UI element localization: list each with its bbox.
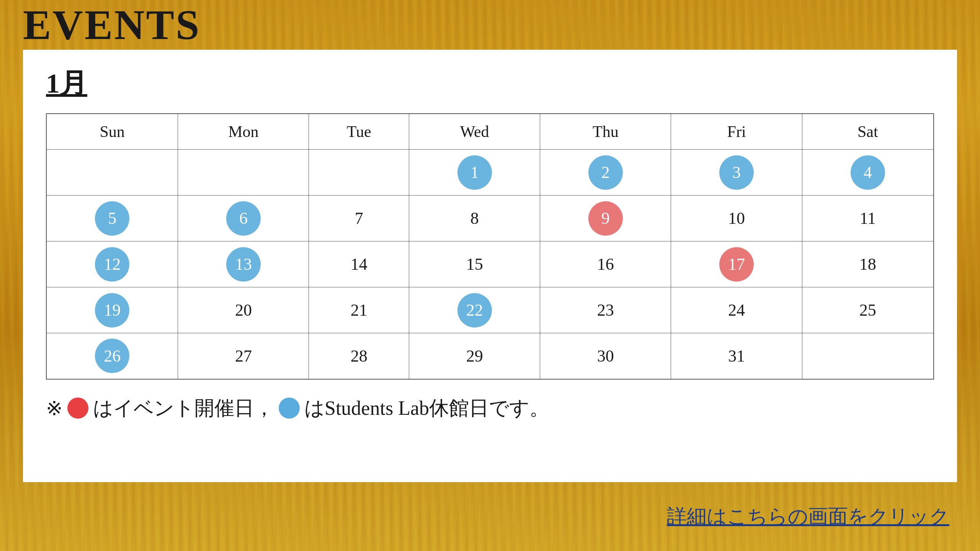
calendar-weekday: Mon xyxy=(178,114,309,150)
calendar-week-row: 12131415161718 xyxy=(46,241,934,287)
calendar-cell: 21 xyxy=(309,287,409,333)
calendar-cell: 24 xyxy=(671,287,802,333)
calendar-weekday: Sat xyxy=(802,114,934,150)
detail-link[interactable]: 詳細はこちらの画面をクリック xyxy=(667,503,949,530)
calendar-cell: 14 xyxy=(309,241,409,287)
date-blue-circle: 19 xyxy=(95,293,129,328)
calendar-cell: 29 xyxy=(409,333,540,379)
calendar-cell: 16 xyxy=(540,241,671,287)
legend-prefix: ※ xyxy=(46,397,63,420)
legend: ※ はイベント開催日， はStudents Lab休館日です。 xyxy=(46,395,934,422)
date-blue-circle: 6 xyxy=(226,201,261,236)
calendar-weekday: Tue xyxy=(309,114,409,150)
calendar-cell: 12 xyxy=(46,241,178,287)
calendar-cell xyxy=(178,150,309,196)
calendar-week-row: 567891011 xyxy=(46,196,934,241)
calendar-cell: 31 xyxy=(671,333,802,379)
legend-red-text: はイベント開催日， xyxy=(93,395,274,422)
legend-blue-circle xyxy=(279,398,300,419)
calendar-weekday: Thu xyxy=(540,114,671,150)
calendar-cell: 7 xyxy=(309,196,409,241)
calendar-cell: 22 xyxy=(409,287,540,333)
calendar-cell: 19 xyxy=(46,287,178,333)
calendar-body: 1234567891011121314151617181920212223242… xyxy=(46,150,934,379)
calendar-cell: 8 xyxy=(409,196,540,241)
date-blue-circle: 4 xyxy=(851,155,885,190)
calendar-cell: 1 xyxy=(409,150,540,196)
calendar-week-row: 262728293031 xyxy=(46,333,934,379)
calendar-cell: 13 xyxy=(178,241,309,287)
calendar-week-row: 19202122232425 xyxy=(46,287,934,333)
calendar-cell: 30 xyxy=(540,333,671,379)
calendar-cell: 10 xyxy=(671,196,802,241)
calendar-cell xyxy=(802,333,934,379)
date-blue-circle: 13 xyxy=(226,247,261,282)
calendar-cell: 23 xyxy=(540,287,671,333)
legend-red-circle xyxy=(67,398,88,419)
calendar-cell: 2 xyxy=(540,150,671,196)
date-red-circle: 9 xyxy=(588,201,623,236)
footer: 詳細はこちらの画面をクリック xyxy=(0,482,980,551)
date-blue-circle: 22 xyxy=(457,293,492,328)
calendar-cell: 3 xyxy=(671,150,802,196)
date-blue-circle: 2 xyxy=(588,155,623,190)
calendar-cell: 11 xyxy=(802,196,934,241)
calendar-cell: 28 xyxy=(309,333,409,379)
header: EVENTS xyxy=(0,0,980,50)
calendar-cell: 27 xyxy=(178,333,309,379)
date-blue-circle: 3 xyxy=(719,155,754,190)
main-content: 1月 SunMonTueWedThuFriSat 123456789101112… xyxy=(23,50,957,482)
calendar-cell: 17 xyxy=(671,241,802,287)
calendar-cell xyxy=(309,150,409,196)
calendar-header-row: SunMonTueWedThuFriSat xyxy=(46,114,934,150)
date-blue-circle: 26 xyxy=(95,339,129,373)
calendar-cell: 9 xyxy=(540,196,671,241)
calendar-weekday: Sun xyxy=(46,114,178,150)
calendar-cell xyxy=(46,150,178,196)
calendar-week-row: 1234 xyxy=(46,150,934,196)
calendar-cell: 6 xyxy=(178,196,309,241)
date-blue-circle: 5 xyxy=(95,201,129,236)
calendar-weekday: Wed xyxy=(409,114,540,150)
legend-blue-text: はStudents Lab休館日です。 xyxy=(304,395,549,422)
calendar-weekday: Fri xyxy=(671,114,802,150)
calendar-cell: 4 xyxy=(802,150,934,196)
calendar-cell: 25 xyxy=(802,287,934,333)
calendar-cell: 26 xyxy=(46,333,178,379)
calendar-cell: 15 xyxy=(409,241,540,287)
date-blue-circle: 1 xyxy=(457,155,492,190)
calendar-table: SunMonTueWedThuFriSat 123456789101112131… xyxy=(46,113,934,380)
calendar-cell: 18 xyxy=(802,241,934,287)
date-blue-circle: 12 xyxy=(95,247,129,282)
page-title: EVENTS xyxy=(23,4,201,46)
calendar-cell: 5 xyxy=(46,196,178,241)
month-label: 1月 xyxy=(46,65,934,102)
date-red-circle: 17 xyxy=(719,247,754,282)
calendar-cell: 20 xyxy=(178,287,309,333)
